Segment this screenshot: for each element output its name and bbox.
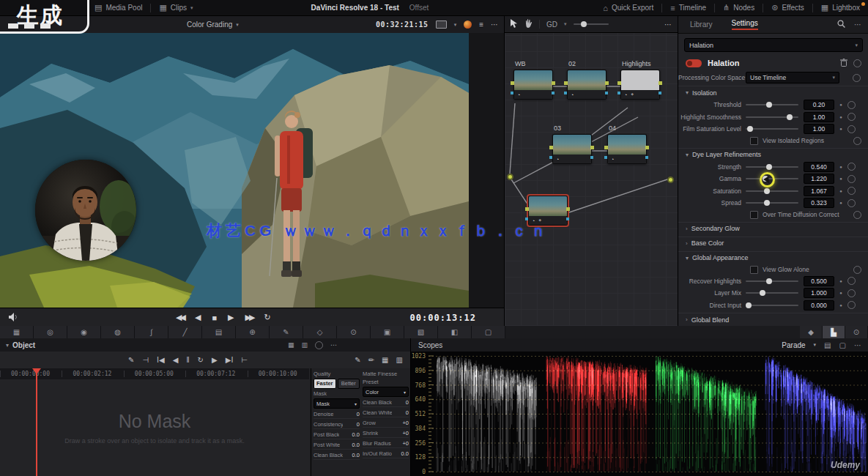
track-to-end-button[interactable]: ⊢ bbox=[241, 356, 248, 364]
slider-handle[interactable] bbox=[787, 114, 793, 120]
color-warper-icon[interactable]: ▤ bbox=[202, 326, 236, 338]
chevron-down-icon[interactable]: ▾ bbox=[6, 342, 9, 349]
mask-mode-dropdown[interactable]: Mask▾ bbox=[314, 398, 360, 409]
slider-handle[interactable] bbox=[766, 278, 772, 284]
nodes-button[interactable]: ⋔Nodes bbox=[715, 0, 763, 15]
node-more-options-icon[interactable]: ⋯ bbox=[664, 21, 672, 29]
node-input-dot[interactable] bbox=[617, 92, 620, 94]
slider-strength[interactable] bbox=[746, 166, 798, 168]
remove-stroke-pen-button[interactable]: ✏ bbox=[368, 356, 374, 364]
param-row[interactable]: Consistency0 bbox=[314, 420, 360, 429]
keyframe-icon[interactable]: ● bbox=[834, 189, 847, 193]
slider-gamma[interactable] bbox=[746, 178, 798, 179]
effect-bypass-icon[interactable] bbox=[853, 59, 861, 67]
effect-enable-toggle[interactable] bbox=[686, 59, 702, 67]
tab-library[interactable]: Library bbox=[690, 21, 713, 29]
quick-export-button[interactable]: ⌂Quick Export bbox=[595, 0, 661, 15]
node-output-dot[interactable] bbox=[605, 81, 609, 85]
quality-faster-button[interactable]: Faster bbox=[314, 379, 336, 389]
hdr-wheels-icon[interactable]: ◍ bbox=[101, 326, 135, 338]
keyframe-icon[interactable]: ● bbox=[834, 115, 847, 119]
slider-handle[interactable] bbox=[766, 102, 772, 108]
node-output-dot[interactable] bbox=[552, 81, 555, 85]
param-row[interactable]: Post Black0.0 bbox=[314, 431, 360, 439]
slider-film-saturation-level[interactable] bbox=[746, 128, 798, 130]
slider-direct-input[interactable] bbox=[746, 305, 798, 306]
section-dye-layer-refinements[interactable]: ▾Dye Layer Refinements bbox=[678, 148, 868, 161]
keyframe-icon[interactable]: ● bbox=[834, 303, 847, 308]
reset-icon[interactable] bbox=[853, 74, 861, 82]
quality-better-button[interactable]: Better bbox=[338, 379, 360, 389]
keyframe-icon[interactable]: ● bbox=[834, 165, 847, 169]
key-icon[interactable]: ◧ bbox=[438, 326, 472, 338]
param-row[interactable]: Clean Black0 bbox=[363, 398, 409, 407]
list-view-icon[interactable]: ▥ bbox=[301, 341, 308, 349]
stop-button[interactable]: ■ bbox=[212, 313, 217, 322]
goto-first-button[interactable]: ◀◀ bbox=[176, 313, 184, 322]
keyframe-icon[interactable]: ● bbox=[834, 291, 847, 295]
node-input-dot[interactable] bbox=[549, 146, 553, 149]
keyframe-icon[interactable]: ● bbox=[834, 127, 847, 131]
next-frame-button[interactable]: ▶Ⅰ bbox=[226, 356, 234, 364]
keyframe-icon[interactable]: ● bbox=[834, 103, 847, 107]
color-match-icon[interactable]: ◎ bbox=[34, 326, 67, 338]
pcs-dropdown[interactable]: Use Timeline ▾ bbox=[746, 72, 839, 83]
media-pool-button[interactable]: ▤ Media Pool bbox=[86, 0, 150, 15]
node-Highlights[interactable]: Highlights◔⌖ bbox=[620, 70, 659, 100]
node-WB[interactable]: WB◔ bbox=[513, 70, 552, 100]
more-options-icon[interactable]: ⋯ bbox=[491, 21, 498, 29]
search-icon[interactable] bbox=[837, 20, 845, 29]
keyframe-icon[interactable]: ● bbox=[834, 201, 847, 205]
node-output-dot[interactable] bbox=[605, 92, 608, 94]
more-options-icon[interactable]: ⋯ bbox=[330, 341, 337, 349]
play-button[interactable]: ▶ bbox=[228, 313, 234, 322]
goto-last-button[interactable]: ▶▶ bbox=[245, 313, 253, 322]
node-03[interactable]: 03◔ bbox=[552, 134, 590, 164]
stroke-tool-button[interactable]: ✎ bbox=[128, 356, 134, 364]
pan-tool-icon[interactable] bbox=[524, 19, 533, 29]
node-input-dot[interactable] bbox=[525, 207, 529, 211]
chevron-down-icon[interactable]: ▾ bbox=[564, 21, 567, 27]
node-output-dot[interactable] bbox=[659, 92, 661, 94]
node-input-dot[interactable] bbox=[564, 92, 567, 94]
custom-curves-icon[interactable]: ╱ bbox=[168, 326, 202, 338]
trash-icon[interactable] bbox=[840, 56, 847, 70]
reset-icon[interactable] bbox=[847, 101, 856, 109]
checkbox[interactable] bbox=[750, 137, 758, 145]
output-connector-dot[interactable] bbox=[667, 176, 674, 183]
loop-button[interactable]: ↻ bbox=[264, 313, 270, 322]
param-row[interactable]: In/Out Ratio0.0 bbox=[363, 450, 409, 458]
prev-frame-button[interactable]: Ⅰ◀ bbox=[157, 356, 165, 364]
blur-icon[interactable]: ▧ bbox=[404, 326, 438, 338]
node-input-dot[interactable] bbox=[511, 81, 514, 85]
camera-raw-icon[interactable]: ▦ bbox=[0, 326, 34, 338]
reset-icon[interactable] bbox=[847, 113, 856, 121]
preset-dropdown[interactable]: Color▾ bbox=[363, 387, 409, 397]
sizing-icon[interactable]: ▢ bbox=[472, 326, 505, 338]
node-input-dot[interactable] bbox=[564, 81, 568, 85]
param-row[interactable]: Shrink+0 bbox=[363, 429, 409, 438]
reset-icon[interactable] bbox=[853, 266, 861, 274]
param-row[interactable]: Post White0.0 bbox=[314, 441, 360, 450]
tracking-ruler[interactable]: 00:00:00:0000:00:02:1200:00:05:0000:00:0… bbox=[0, 368, 309, 380]
param-row[interactable]: Blur Radius+0 bbox=[363, 439, 409, 448]
grid-view-button[interactable]: ▦ bbox=[382, 356, 388, 364]
color-viewer-icon[interactable] bbox=[464, 21, 472, 29]
node-graph[interactable]: WB◔02◔Highlights◔⌖03◔04◔◔⌖ bbox=[504, 33, 678, 326]
section-global-appearance[interactable]: ▾Global Appearance bbox=[678, 251, 868, 264]
magic-mask-icon[interactable]: ▣ bbox=[371, 326, 404, 338]
more-options-icon[interactable]: ⋯ bbox=[854, 21, 861, 29]
tab-settings[interactable]: Settings bbox=[732, 19, 758, 30]
scopes-icon[interactable]: ▙ bbox=[823, 326, 845, 338]
reset-icon[interactable] bbox=[847, 199, 856, 207]
node-input-dot[interactable] bbox=[511, 92, 513, 94]
slider-handle[interactable] bbox=[747, 126, 753, 132]
expand-icon[interactable]: ▢ bbox=[839, 341, 846, 349]
node-input-dot[interactable] bbox=[617, 81, 621, 85]
more-options-icon[interactable]: ⋯ bbox=[854, 341, 861, 349]
reset-icon[interactable] bbox=[847, 125, 856, 133]
playhead[interactable] bbox=[36, 368, 37, 476]
slider-handle[interactable] bbox=[760, 290, 765, 296]
reset-icon[interactable] bbox=[847, 163, 856, 171]
scope-mode-dropdown[interactable]: Parade bbox=[782, 341, 805, 349]
